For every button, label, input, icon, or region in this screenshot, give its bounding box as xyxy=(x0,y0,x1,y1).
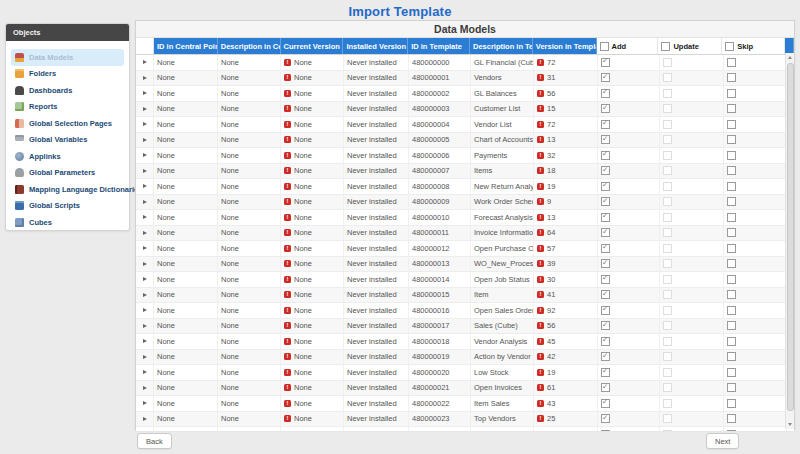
add-checkbox[interactable] xyxy=(601,213,610,222)
skip-checkbox[interactable] xyxy=(727,337,736,346)
error-icon xyxy=(537,136,544,143)
row-expander-icon[interactable] xyxy=(143,262,147,266)
row-expander-icon[interactable] xyxy=(143,169,147,173)
sidebar-item-global-selection-pages[interactable]: Global Selection Pages xyxy=(11,115,124,132)
skip-checkbox[interactable] xyxy=(727,306,736,315)
row-expander-icon[interactable] xyxy=(143,355,147,359)
skip-checkbox[interactable] xyxy=(727,275,736,284)
row-expander-icon[interactable] xyxy=(143,277,147,281)
skip-checkbox[interactable] xyxy=(727,182,736,191)
row-expander-icon[interactable] xyxy=(143,107,147,111)
add-checkbox[interactable] xyxy=(601,259,610,268)
sidebar-item-global-variables[interactable]: Global Variables xyxy=(11,132,124,149)
skip-checkbox[interactable] xyxy=(727,352,736,361)
skip-checkbox[interactable] xyxy=(727,244,736,253)
next-button[interactable]: Next xyxy=(706,433,739,449)
add-checkbox[interactable] xyxy=(601,182,610,191)
skip-checkbox[interactable] xyxy=(727,228,736,237)
scrollbar-up-icon[interactable] xyxy=(786,53,794,62)
column-header: Description in Cent... xyxy=(218,38,281,54)
sidebar-item-folders[interactable]: Folders xyxy=(11,66,124,83)
add-all-checkbox[interactable] xyxy=(600,42,609,51)
add-checkbox[interactable] xyxy=(601,151,610,160)
sidebar-item-global-parameters[interactable]: Global Parameters xyxy=(11,165,124,182)
skip-checkbox[interactable] xyxy=(727,104,736,113)
skip-checkbox[interactable] xyxy=(727,73,736,82)
row-expander-icon[interactable] xyxy=(143,215,147,219)
skip-checkbox[interactable] xyxy=(727,135,736,144)
skip-checkbox[interactable] xyxy=(727,414,736,423)
row-expander-icon[interactable] xyxy=(143,401,147,405)
scrollbar-down-icon[interactable] xyxy=(786,420,794,429)
cell-text: 480000011 xyxy=(412,228,449,237)
sidebar-item-data-models[interactable]: Data Models xyxy=(11,49,124,66)
add-checkbox[interactable] xyxy=(601,414,610,423)
row-expander-icon[interactable] xyxy=(143,91,147,95)
row-expander-icon[interactable] xyxy=(143,76,147,80)
skip-checkbox[interactable] xyxy=(727,120,736,129)
row-expander-icon[interactable] xyxy=(143,339,147,343)
skip-checkbox[interactable] xyxy=(727,290,736,299)
row-expander-icon[interactable] xyxy=(143,200,147,204)
add-cell xyxy=(598,102,660,117)
add-checkbox[interactable] xyxy=(601,352,610,361)
row-expander-icon[interactable] xyxy=(143,246,147,250)
skip-checkbox[interactable] xyxy=(727,368,736,377)
version-in-template-cell: 61 xyxy=(534,381,598,396)
add-checkbox[interactable] xyxy=(601,89,610,98)
sidebar-item-global-scripts[interactable]: Global Scripts xyxy=(11,198,124,215)
add-checkbox[interactable] xyxy=(601,58,610,67)
row-expander-icon[interactable] xyxy=(143,184,147,188)
add-checkbox[interactable] xyxy=(601,383,610,392)
add-checkbox[interactable] xyxy=(601,321,610,330)
add-checkbox[interactable] xyxy=(601,104,610,113)
row-expander-icon[interactable] xyxy=(143,324,147,328)
update-all-checkbox[interactable] xyxy=(661,42,670,51)
row-expander-icon[interactable] xyxy=(143,122,147,126)
skip-checkbox[interactable] xyxy=(727,399,736,408)
row-expander-icon[interactable] xyxy=(143,370,147,374)
skip-checkbox[interactable] xyxy=(727,151,736,160)
cell-text: None xyxy=(294,259,312,268)
row-expander-icon[interactable] xyxy=(143,386,147,390)
skip-checkbox[interactable] xyxy=(727,430,736,431)
add-checkbox[interactable] xyxy=(601,399,610,408)
add-checkbox[interactable] xyxy=(601,368,610,377)
skip-checkbox[interactable] xyxy=(727,166,736,175)
sidebar-item-reports[interactable]: Reports xyxy=(11,99,124,116)
skip-checkbox[interactable] xyxy=(727,259,736,268)
add-checkbox[interactable] xyxy=(601,306,610,315)
skip-checkbox[interactable] xyxy=(727,89,736,98)
skip-all-checkbox[interactable] xyxy=(725,42,734,51)
add-checkbox[interactable] xyxy=(601,228,610,237)
add-checkbox[interactable] xyxy=(601,275,610,284)
skip-checkbox[interactable] xyxy=(727,383,736,392)
add-checkbox[interactable] xyxy=(601,120,610,129)
sidebar-item-applinks[interactable]: Applinks xyxy=(11,148,124,165)
scrollbar-thumb[interactable] xyxy=(787,63,794,411)
sidebar-item-cubes[interactable]: Cubes xyxy=(11,214,124,231)
add-checkbox[interactable] xyxy=(601,290,610,299)
row-expander-icon[interactable] xyxy=(143,417,147,421)
skip-checkbox[interactable] xyxy=(727,213,736,222)
add-checkbox[interactable] xyxy=(601,244,610,253)
skip-checkbox[interactable] xyxy=(727,197,736,206)
row-expander-icon[interactable] xyxy=(143,231,147,235)
row-expander-icon[interactable] xyxy=(143,153,147,157)
row-expander-icon[interactable] xyxy=(143,60,147,64)
skip-checkbox[interactable] xyxy=(727,321,736,330)
sidebar-item-dashboards[interactable]: Dashboards xyxy=(11,82,124,99)
add-checkbox[interactable] xyxy=(601,197,610,206)
row-expander-icon[interactable] xyxy=(143,308,147,312)
sidebar-item-mapping-language-dictionaries[interactable]: Mapping Language Dictionaries xyxy=(11,181,124,198)
skip-checkbox[interactable] xyxy=(727,58,736,67)
table-scrollbar[interactable] xyxy=(785,53,794,429)
add-checkbox[interactable] xyxy=(601,430,610,431)
add-checkbox[interactable] xyxy=(601,166,610,175)
add-checkbox[interactable] xyxy=(601,337,610,346)
back-button[interactable]: Back xyxy=(137,433,172,449)
add-checkbox[interactable] xyxy=(601,73,610,82)
row-expander-icon[interactable] xyxy=(143,138,147,142)
row-expander-icon[interactable] xyxy=(143,293,147,297)
add-checkbox[interactable] xyxy=(601,135,610,144)
